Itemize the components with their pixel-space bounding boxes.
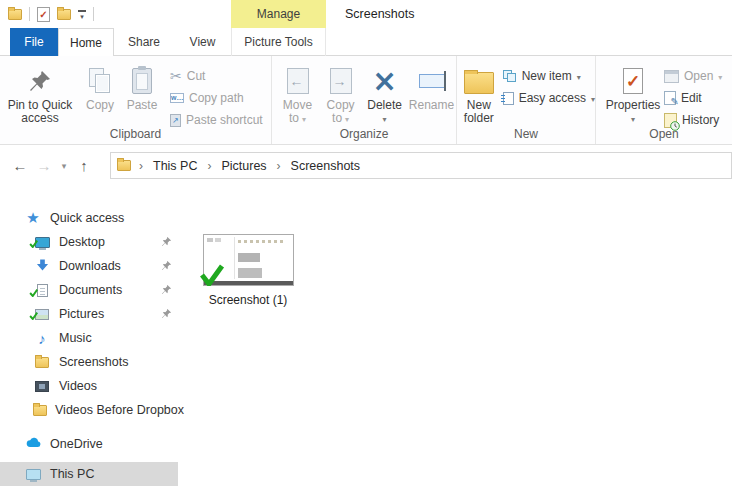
breadcrumb-separator-icon [199,159,219,173]
dropdown-arrow-icon [345,111,349,125]
copy-icon [89,68,111,94]
pushpin-icon [28,69,52,93]
properties-icon[interactable]: ✓ [37,7,50,22]
tab-home[interactable]: Home [58,28,114,56]
copy-to-icon [330,68,352,94]
pin-icon [161,284,172,298]
sidebar-item-documents[interactable]: Documents [0,278,178,302]
rename-icon [419,74,445,88]
dropdown-arrow-icon [718,69,722,83]
folder-icon [35,357,49,368]
pin-icon [161,236,172,250]
dropdown-arrow-icon [302,111,306,125]
sync-check-icon [29,237,38,251]
back-button[interactable]: ← [8,157,32,174]
quick-access-toolbar: ✓ ▾ [8,0,94,28]
folder-icon [33,405,47,416]
contextual-tab-header: Manage [231,0,326,28]
file-thumbnail [203,234,294,286]
breadcrumb-this-pc[interactable]: This PC [151,159,199,173]
edit-icon [664,91,676,105]
pin-icon [161,308,172,322]
easy-access-icon [503,92,514,105]
ribbon-group-clipboard: Pin to Quick access Copy Paste ✂ Cut w… … [0,56,272,144]
easy-access-button[interactable]: Easy access [503,87,595,109]
breadcrumb-screenshots[interactable]: Screenshots [289,159,362,173]
pin-icon [161,260,172,274]
scissors-icon: ✂ [170,68,182,84]
file-explorer-window: ✓ ▾ Manage Screenshots File Home Share V… [0,0,732,492]
sidebar-item-this-pc[interactable]: This PC [0,462,178,486]
sync-check-icon [29,286,38,300]
explorer-window-icon [8,9,22,20]
sync-check-icon [29,309,38,323]
tab-picture-tools[interactable]: Picture Tools [231,28,326,56]
tab-share[interactable]: Share [114,28,174,56]
open-icon [664,70,679,83]
edit-button[interactable]: Edit [664,87,722,109]
delete-x-icon: × [372,66,397,96]
file-item-screenshot-1[interactable]: Screenshot (1) [200,234,296,307]
copy-path-icon: w… [170,93,184,103]
ribbon-group-organize: Move to Copy to × Delete Rename Organize [272,56,457,144]
videos-icon [35,381,49,392]
breadcrumb-separator-icon [269,159,289,173]
file-list-area[interactable]: Screenshot (1) [178,186,732,492]
recent-locations-chevron-icon[interactable]: ▾ [56,161,72,171]
ribbon-tab-row: File Home Share View Picture Tools [0,28,732,56]
address-bar-row: ← → ▾ ↑ This PC Pictures Screenshots [0,146,732,185]
group-label-clipboard: Clipboard [0,127,271,141]
cut-button[interactable]: ✂ Cut [170,65,263,87]
file-name-label: Screenshot (1) [209,293,288,307]
dropdown-arrow-icon [383,111,387,125]
dropdown-arrow-icon [591,91,595,105]
sidebar-item-pictures[interactable]: Pictures [0,302,178,326]
tab-file[interactable]: File [10,28,58,56]
address-bar[interactable]: This PC Pictures Screenshots [110,152,732,179]
sidebar-item-videos-before-dropbox[interactable]: Videos Before Dropbox [0,398,178,422]
onedrive-cloud-icon [25,437,42,451]
this-pc-icon [26,469,41,480]
quick-access-star-icon: ★ [26,209,39,227]
titlebar: ✓ ▾ Manage Screenshots [0,0,732,28]
breadcrumb-pictures[interactable]: Pictures [219,159,268,173]
ribbon-group-new: New folder New item Easy access New [457,56,596,144]
forward-button[interactable]: → [32,157,56,174]
downloads-icon [36,258,49,274]
sidebar-item-downloads[interactable]: Downloads [0,254,178,278]
new-item-button[interactable]: New item [503,65,595,87]
properties-icon: ✓ [623,68,643,94]
group-label-organize: Organize [272,127,456,141]
tab-view[interactable]: View [174,28,231,56]
customize-quick-access-toolbar-icon[interactable]: ▾ [78,10,86,19]
copy-path-button[interactable]: w… Copy path [170,87,263,109]
navigation-pane: ★ Quick access Desktop Downloads Documen… [0,186,178,492]
sidebar-item-quick-access[interactable]: ★ Quick access [0,206,178,230]
open-button[interactable]: Open [664,65,722,87]
sync-check-icon [199,264,225,289]
breadcrumb-separator-icon [131,159,151,173]
ribbon: Pin to Quick access Copy Paste ✂ Cut w… … [0,56,732,145]
new-item-icon [503,70,517,83]
sidebar-item-onedrive[interactable]: OneDrive [0,432,178,456]
up-button[interactable]: ↑ [72,157,96,174]
dropdown-arrow-icon [577,69,581,83]
sidebar-item-music[interactable]: ♪ Music [0,326,178,350]
sidebar-item-desktop[interactable]: Desktop [0,230,178,254]
toolbar-separator [29,7,30,21]
paste-shortcut-icon [170,114,181,127]
sidebar-item-screenshots[interactable]: Screenshots [0,350,178,374]
new-folder-icon [464,72,494,94]
paste-icon [132,68,152,94]
new-folder-icon[interactable] [57,9,71,20]
group-label-new: New [457,127,595,141]
toolbar-separator [93,7,94,21]
location-folder-icon [117,160,131,171]
music-icon: ♪ [38,330,46,347]
window-title: Screenshots [345,0,414,28]
sidebar-item-videos[interactable]: Videos [0,374,178,398]
move-to-icon [287,68,309,94]
ribbon-group-open: ✓ Properties Open Edit His [596,56,732,144]
history-icon [664,113,677,128]
documents-icon [37,284,48,297]
